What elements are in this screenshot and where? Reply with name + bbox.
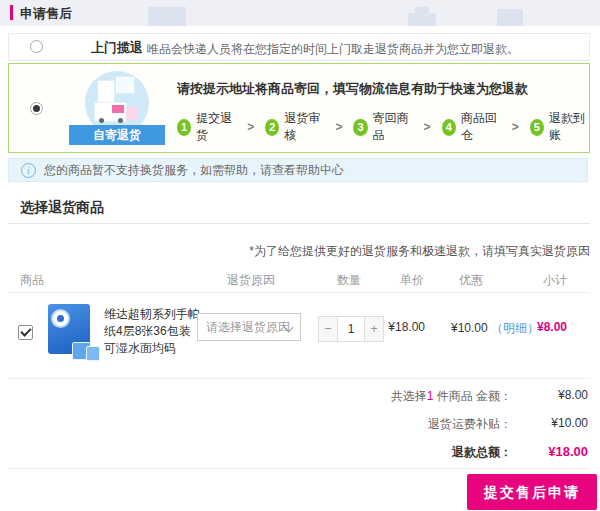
return-reason-placeholder: 请选择退货原因 bbox=[206, 320, 290, 334]
real-reason-note: *为了给您提供更好的退货服务和极速退款，请填写真实退货原因 bbox=[249, 243, 590, 260]
table-header-divider bbox=[8, 292, 590, 293]
parcel-box-icon bbox=[115, 76, 135, 94]
shipping-subsidy-label: 退货运费补贴： bbox=[428, 416, 512, 433]
discount-detail-link[interactable]: （明细） bbox=[491, 321, 539, 335]
product-name: 维达超韧系列手帕纸4层8张36包装 可湿水面均码 bbox=[104, 306, 200, 357]
step-mail-back: 3 寄回商品 bbox=[353, 110, 412, 144]
col-header-quantity: 数量 bbox=[337, 272, 361, 289]
chevron-right-icon: > bbox=[512, 120, 519, 134]
building-silhouette bbox=[497, 9, 523, 26]
quantity-minus-button[interactable]: − bbox=[318, 316, 338, 342]
subtotal-price: ¥8.00 bbox=[537, 320, 567, 334]
building-silhouette bbox=[148, 7, 186, 26]
submit-after-sales-button[interactable]: 提交售后申请 bbox=[467, 474, 597, 510]
tissue-pack-art bbox=[86, 346, 100, 361]
quantity-stepper: − 1 + bbox=[318, 316, 384, 342]
badge-ribbon-label: 自寄退货 bbox=[69, 125, 165, 145]
title-accent-bar bbox=[10, 5, 13, 20]
page-header-band: 申请售后 bbox=[0, 0, 600, 26]
self-send-radio[interactable] bbox=[30, 102, 43, 115]
truck-wheel bbox=[118, 118, 123, 123]
product-row-divider bbox=[8, 378, 590, 379]
col-header-reason: 退货原因 bbox=[227, 272, 275, 289]
step-number-badge: 3 bbox=[353, 119, 367, 136]
pickup-return-option[interactable]: 上门揽退 唯品会快递人员将在您指定的时间上门取走退货商品并为您立即退款。 bbox=[8, 33, 590, 61]
refund-total-value: ¥18.00 bbox=[548, 444, 588, 459]
product-image bbox=[46, 302, 98, 362]
self-send-badge: 自寄退货 bbox=[69, 71, 165, 147]
page-title: 申请售后 bbox=[20, 5, 72, 23]
truck-wheel bbox=[99, 118, 104, 123]
col-header-subtotal: 小计 bbox=[543, 272, 567, 289]
discount-cell: ¥10.00 （明细） bbox=[451, 320, 539, 337]
col-header-product: 商品 bbox=[20, 272, 44, 289]
step-number-badge: 2 bbox=[265, 119, 279, 136]
pickup-option-desc: 唯品会快递人员将在您指定的时间上门取走退货商品并为您立即退款。 bbox=[147, 41, 519, 58]
chevron-right-icon: > bbox=[247, 120, 254, 134]
col-header-discount: 优惠 bbox=[459, 272, 483, 289]
pickup-option-label: 上门揽退 bbox=[91, 39, 143, 57]
section-divider bbox=[8, 223, 590, 224]
step-refund: 5 退款到账 bbox=[530, 110, 589, 144]
selected-amount-value: ¥8.00 bbox=[558, 388, 588, 402]
return-reason-select[interactable]: 请选择退货原因 bbox=[197, 313, 301, 341]
truck-logo bbox=[112, 105, 124, 113]
shipping-subsidy-value: ¥10.00 bbox=[551, 416, 588, 430]
return-process-steps: 1 提交退货 > 2 退货审核 > 3 寄回商品 > 4 商品回仓 > 5 退款… bbox=[177, 110, 589, 144]
self-send-desc: 请按提示地址将商品寄回，填写物流信息有助于快速为您退款 bbox=[177, 80, 528, 98]
info-icon: i bbox=[21, 163, 36, 178]
quantity-plus-button[interactable]: + bbox=[364, 316, 384, 342]
step-submit-return: 1 提交退货 bbox=[177, 110, 236, 144]
step-return-review: 2 退货审核 bbox=[265, 110, 324, 144]
after-sales-page: 申请售后 上门揽退 唯品会快递人员将在您指定的时间上门取走退货商品并为您立即退款… bbox=[0, 0, 600, 511]
step-warehouse: 4 商品回仓 bbox=[442, 110, 501, 144]
chevron-right-icon: > bbox=[424, 120, 431, 134]
step-number-badge: 5 bbox=[530, 119, 544, 136]
truck-cab bbox=[126, 106, 137, 120]
exchange-unsupported-notice: i 您的商品暂不支持换货服务，如需帮助，请查看帮助中心 bbox=[8, 158, 588, 182]
building-silhouette bbox=[408, 13, 436, 26]
step-number-badge: 1 bbox=[177, 119, 191, 136]
unit-price: ¥18.00 bbox=[388, 320, 425, 334]
footer-divider bbox=[8, 468, 590, 469]
product-checkbox[interactable] bbox=[18, 325, 33, 340]
self-send-return-option[interactable]: 自寄退货 请按提示地址将商品寄回，填写物流信息有助于快速为您退款 1 提交退货 … bbox=[8, 63, 590, 153]
selected-count-label: 共选择1 件商品 金额： bbox=[391, 388, 512, 405]
chevron-right-icon: > bbox=[335, 120, 342, 134]
step-number-badge: 4 bbox=[442, 119, 456, 136]
pickup-radio[interactable] bbox=[30, 40, 43, 53]
refund-total-label: 退款总额： bbox=[452, 444, 512, 461]
brand-logo-icon bbox=[51, 309, 70, 328]
notice-text: 您的商品暂不支持换货服务，如需帮助，请查看帮助中心 bbox=[44, 162, 344, 179]
select-return-goods-title: 选择退货商品 bbox=[20, 199, 104, 217]
discount-amount: ¥10.00 bbox=[451, 321, 488, 335]
quantity-value: 1 bbox=[338, 316, 364, 342]
col-header-unit-price: 单价 bbox=[400, 272, 424, 289]
